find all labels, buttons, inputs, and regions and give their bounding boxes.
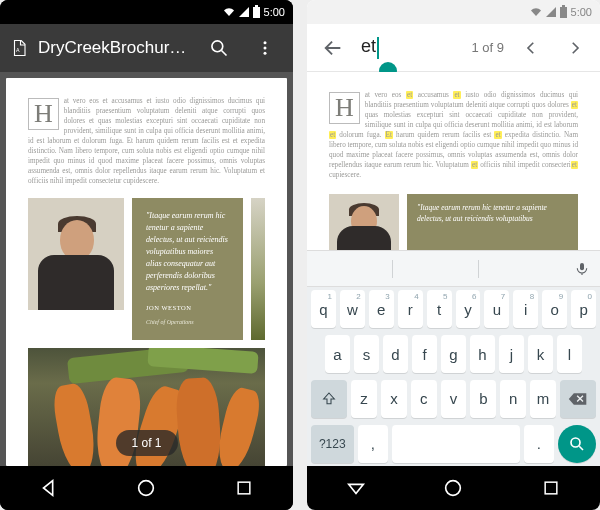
voice-input-button[interactable] xyxy=(564,261,600,277)
key-k[interactable]: k xyxy=(528,335,553,373)
key-a[interactable]: a xyxy=(325,335,350,373)
key-i[interactable]: i8 xyxy=(513,290,538,328)
circle-home-icon xyxy=(135,477,157,499)
key-w[interactable]: w2 xyxy=(340,290,365,328)
key-t[interactable]: t5 xyxy=(427,290,452,328)
space-key[interactable] xyxy=(392,425,520,463)
portrait-image xyxy=(329,194,399,250)
overflow-menu-button[interactable] xyxy=(247,30,283,66)
key-x[interactable]: x xyxy=(381,380,407,418)
document-title: DryCreekBrochure.pdf xyxy=(38,38,191,58)
suggestion-strip xyxy=(307,251,600,287)
key-y[interactable]: y6 xyxy=(456,290,481,328)
prev-result-button[interactable] xyxy=(514,31,548,65)
symbols-key[interactable]: ?123 xyxy=(311,425,354,463)
back-button[interactable] xyxy=(31,470,67,506)
svg-text:A: A xyxy=(16,47,20,53)
status-bar: 5:00 xyxy=(0,0,293,24)
status-bar: 5:00 xyxy=(307,0,600,24)
shift-key[interactable] xyxy=(311,380,347,418)
search-highlight: et xyxy=(453,91,460,99)
key-v[interactable]: v xyxy=(441,380,467,418)
key-m[interactable]: m xyxy=(530,380,556,418)
key-d[interactable]: d xyxy=(383,335,408,373)
recents-button[interactable] xyxy=(226,470,262,506)
key-z[interactable]: z xyxy=(351,380,377,418)
wifi-icon xyxy=(223,6,235,18)
signal-icon xyxy=(546,7,556,17)
document-viewport[interactable]: H at vero eos et accusamus et iusto odio… xyxy=(0,72,293,466)
triangle-down-icon xyxy=(345,477,367,499)
comma-key[interactable]: , xyxy=(358,425,388,463)
signal-icon xyxy=(239,7,249,17)
search-highlight: et xyxy=(494,131,501,139)
svg-line-10 xyxy=(579,446,583,450)
key-l[interactable]: l xyxy=(557,335,582,373)
key-c[interactable]: c xyxy=(411,380,437,418)
text-caret xyxy=(377,37,379,59)
search-go-key[interactable] xyxy=(558,425,596,463)
svg-point-6 xyxy=(139,481,154,496)
backspace-key[interactable] xyxy=(560,380,596,418)
pdf-file-icon: A xyxy=(10,38,28,58)
key-n[interactable]: n xyxy=(500,380,526,418)
battery-icon xyxy=(253,7,260,18)
clock: 5:00 xyxy=(264,6,285,18)
svg-point-5 xyxy=(264,52,267,55)
app-bar: A DryCreekBrochure.pdf xyxy=(0,24,293,72)
search-button[interactable] xyxy=(201,30,237,66)
system-nav-bar xyxy=(0,466,293,510)
vineyard-strip-image xyxy=(251,198,265,340)
search-icon xyxy=(568,435,586,453)
key-g[interactable]: g xyxy=(441,335,466,373)
shift-icon xyxy=(321,391,337,407)
key-r[interactable]: r4 xyxy=(398,290,423,328)
search-highlight: Et xyxy=(385,131,393,139)
search-icon xyxy=(209,38,229,58)
phone-pdf-viewer: 5:00 A DryCreekBrochure.pdf H at vero eo… xyxy=(0,0,293,510)
key-j[interactable]: j xyxy=(499,335,524,373)
key-h[interactable]: h xyxy=(470,335,495,373)
search-result-counter: 1 of 9 xyxy=(471,40,504,55)
suggestion-slot[interactable] xyxy=(479,260,564,278)
svg-rect-7 xyxy=(238,482,250,494)
home-button[interactable] xyxy=(128,470,164,506)
key-o[interactable]: o9 xyxy=(542,290,567,328)
clock: 5:00 xyxy=(571,6,592,18)
search-input[interactable]: et xyxy=(361,36,461,59)
suggestion-slot[interactable] xyxy=(393,260,479,278)
body-paragraph: H at vero eos et accusamus et iusto odio… xyxy=(28,96,265,186)
square-recents-icon xyxy=(234,478,254,498)
back-button[interactable] xyxy=(338,470,374,506)
battery-icon xyxy=(560,7,567,18)
phone-pdf-search: 5:00 et 1 of 9 H at vero eos et accusamu… xyxy=(307,0,600,510)
search-highlight: et xyxy=(571,101,578,109)
key-b[interactable]: b xyxy=(470,380,496,418)
key-u[interactable]: u7 xyxy=(484,290,509,328)
portrait-image xyxy=(28,198,124,310)
pull-quote: "Itaque earum rerum hic tenetur a sapien… xyxy=(407,194,578,250)
search-highlight: et xyxy=(571,161,578,169)
document-page: H at vero eos et accusamus et iusto odio… xyxy=(6,78,287,466)
svg-point-4 xyxy=(264,47,267,50)
back-arrow-button[interactable] xyxy=(315,30,351,66)
system-nav-bar xyxy=(307,466,600,510)
key-q[interactable]: q1 xyxy=(311,290,336,328)
key-p[interactable]: p0 xyxy=(571,290,596,328)
document-viewport[interactable]: H at vero eos et accusamus et iusto odio… xyxy=(307,72,600,250)
key-s[interactable]: s xyxy=(354,335,379,373)
svg-point-11 xyxy=(446,481,461,496)
recents-button[interactable] xyxy=(533,470,569,506)
wifi-icon xyxy=(530,6,542,18)
period-key[interactable]: . xyxy=(524,425,554,463)
suggestion-slot[interactable] xyxy=(307,260,393,278)
page-indicator: 1 of 1 xyxy=(115,430,177,456)
home-button[interactable] xyxy=(435,470,471,506)
key-f[interactable]: f xyxy=(412,335,437,373)
key-e[interactable]: e3 xyxy=(369,290,394,328)
circle-home-icon xyxy=(442,477,464,499)
chevron-right-icon xyxy=(566,39,584,57)
next-result-button[interactable] xyxy=(558,31,592,65)
svg-point-1 xyxy=(212,41,223,52)
body-paragraph: H at vero eos et accusamus et iusto odio… xyxy=(329,90,578,180)
